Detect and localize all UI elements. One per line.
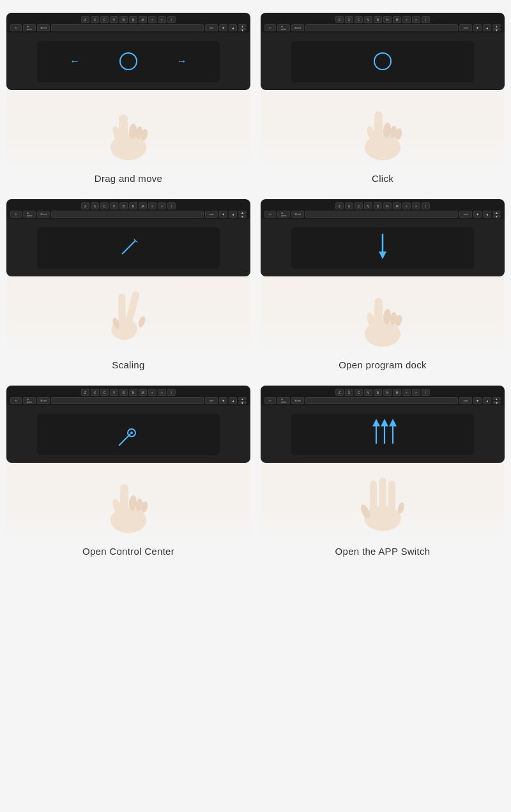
svg-marker-24: [379, 252, 386, 259]
hand-drag: [6, 90, 250, 167]
svg-marker-45: [381, 419, 388, 426]
hand-control-center: [6, 463, 250, 539]
hand-illustration-drag: [100, 93, 157, 163]
scaling-arrow-icon: [109, 229, 148, 267]
circle-click-indicator: [374, 52, 392, 70]
three-up-arrows-icon: [360, 415, 405, 453]
gesture-card-program-dock: ZXC VBN M<> / fn altoption ⌘cmd cmd ✦ ◄ …: [261, 199, 505, 375]
svg-line-34: [119, 434, 130, 446]
caption-click: Click: [372, 167, 393, 189]
hand-scaling: [6, 276, 250, 353]
arrow-left-icon: ←: [70, 56, 80, 67]
svg-point-9: [374, 112, 383, 120]
hand-illustration-app-switch: [354, 466, 411, 536]
svg-point-50: [370, 481, 377, 488]
svg-rect-53: [388, 484, 395, 518]
svg-point-18: [118, 294, 125, 301]
gesture-card-click: ZXC VBN M<> / fn altoption ⌘cmd cmd ✦ ◄ …: [261, 13, 505, 189]
svg-rect-8: [374, 116, 383, 147]
circle-indicator: [119, 52, 137, 70]
caption-app-switch: Open the APP Switch: [335, 539, 431, 562]
gesture-card-drag: ZXC VBN M<> / fn altoption ⌘cmd cmd ✦ ◄ …: [6, 13, 250, 189]
keyboard-program-dock: ZXC VBN M<> / fn altoption ⌘cmd cmd ✦ ◄ …: [261, 199, 505, 219]
keyboard-drag: ZXC VBN M<> / fn altoption ⌘cmd cmd ✦ ◄ …: [6, 13, 250, 33]
caption-drag: Drag and move: [95, 167, 162, 189]
svg-rect-51: [379, 481, 386, 519]
keyboard-scaling: ZXC VBN M<> / fn altoption ⌘cmd cmd ✦ ◄ …: [6, 199, 250, 219]
trackpad-scaling: [6, 219, 250, 276]
caption-scaling: Scaling: [112, 353, 144, 375]
svg-rect-26: [374, 302, 383, 334]
svg-marker-47: [389, 419, 397, 426]
svg-point-37: [120, 485, 128, 493]
trackpad-control-center: [6, 405, 250, 463]
trackpad-click: [261, 33, 505, 90]
hand-illustration-scaling: [100, 280, 157, 350]
svg-point-33: [130, 432, 133, 434]
svg-rect-36: [120, 488, 128, 520]
gesture-card-control-center: ZXC VBN M<> / fn altoption ⌘cmd cmd ✦ ◄ …: [6, 386, 250, 562]
svg-line-14: [122, 241, 135, 254]
svg-point-52: [379, 477, 386, 485]
gesture-grid: ZXC VBN M<> / fn altoption ⌘cmd cmd ✦ ◄ …: [6, 13, 505, 562]
hand-app-switch: [261, 463, 505, 539]
gesture-card-app-switch: ZXC VBN M<> / fn altoption ⌘cmd cmd ✦ ◄ …: [261, 386, 505, 562]
arrow-right-icon: →: [177, 56, 187, 67]
svg-point-54: [388, 481, 395, 488]
svg-point-27: [374, 298, 383, 306]
trackpad-program-dock: [261, 219, 505, 276]
caption-control-center: Open Control Center: [82, 539, 174, 562]
hand-program-dock: [261, 276, 505, 353]
hand-click: [261, 90, 505, 167]
gesture-card-scaling: ZXC VBN M<> / fn altoption ⌘cmd cmd ✦ ◄ …: [6, 199, 250, 375]
swipe-down-arrow-icon: [363, 229, 402, 267]
caption-program-dock: Open program dock: [339, 353, 427, 375]
svg-marker-43: [372, 419, 380, 426]
hand-illustration-control-center: [100, 466, 157, 536]
trackpad-app-switch: [261, 405, 505, 463]
keyboard-click: ZXC VBN M<> / fn altoption ⌘cmd cmd ✦ ◄ …: [261, 13, 505, 33]
hand-illustration-program-dock: [354, 280, 411, 350]
svg-rect-49: [370, 484, 377, 518]
tap-swipe-icon: [106, 415, 151, 453]
keyboard-app-switch: ZXC VBN M<> / fn altoption ⌘cmd cmd ✦ ◄ …: [261, 386, 505, 405]
keyboard-control-center: ZXC VBN M<> / fn altoption ⌘cmd cmd ✦ ◄ …: [6, 386, 250, 405]
svg-point-2: [119, 114, 128, 123]
svg-point-22: [137, 315, 147, 328]
trackpad-drag: ← →: [6, 33, 250, 90]
hand-illustration-click: [354, 93, 411, 163]
svg-rect-19: [123, 294, 139, 329]
